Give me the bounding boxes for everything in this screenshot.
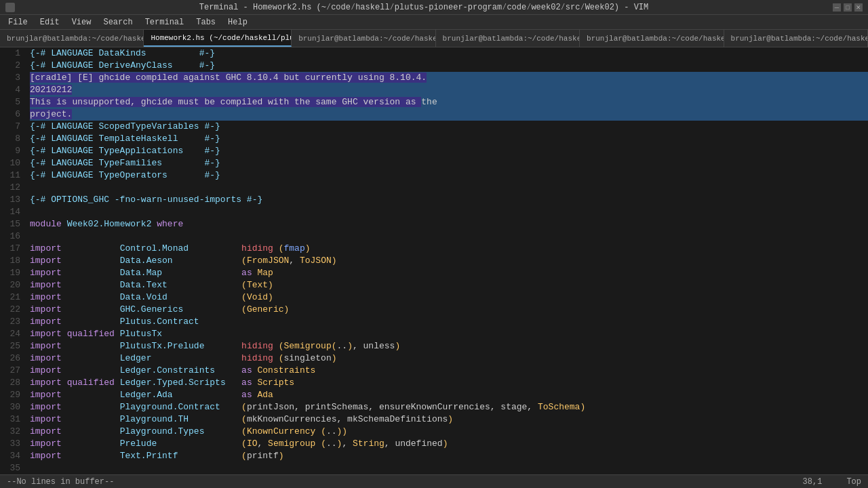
minimize-button[interactable]: ─ [833,3,841,12]
line-numbers: 1 2 3 4 5 6 7 8 9 10 11 12 13 14 15 16 1… [0,47,26,474]
scroll-position: Top [846,477,861,487]
titlebar-title: Terminal - Homework2.hs (~∕code∕haskell∕… [15,3,833,12]
code-line-23: import Plutus.Contract [30,316,868,328]
menu-view[interactable]: View [66,16,97,28]
code-line-1: {-# LANGUAGE DataKinds #-} [30,47,868,60]
tab-4-label: brunjlar@batlambda:~/code/haskel... [443,35,580,43]
editor: 1 2 3 4 5 6 7 8 9 10 11 12 13 14 15 16 1… [0,47,868,474]
menu-tabs[interactable]: Tabs [191,16,221,28]
code-line-17: import Control.Monad hiding (fmap) [30,243,868,255]
tab-5[interactable]: brunjlar@batlambda:~/code/haskel... ✕ [580,30,724,47]
close-button[interactable]: ✕ [854,3,863,12]
terminal-icon [5,3,15,12]
tab-5-label: brunjlar@batlambda:~/code/haskel... [587,35,724,43]
code-line-31: import Playground.TH (mkKnownCurrencies,… [30,413,868,426]
menu-terminal[interactable]: Terminal [140,16,190,28]
menubar: File Edit View Search Terminal Tabs Help [0,15,868,30]
titlebar: Terminal - Homework2.hs (~∕code∕haskell∕… [0,0,868,15]
code-line-32: import Playground.Types (KnownCurrency (… [30,426,868,438]
statusbar: --No lines in buffer-- 38,1 Top [0,474,868,488]
tab-3-label: brunjlar@batlambda:~/code/haskel... [298,35,435,43]
code-line-20: import Data.Text (Text) [30,279,868,291]
code-line-28: import qualified Ledger.Typed.Scripts as… [30,377,868,389]
code-line-29: import Ledger.Ada as Ada [30,389,868,401]
tab-1[interactable]: brunjlar@batlambda:~/code/haskel... ✕ [0,30,144,47]
menu-file[interactable]: File [3,16,33,28]
code-line-12 [30,182,868,194]
code-line-21: import Data.Void (Void) [30,291,868,304]
maximize-button[interactable]: □ [844,3,852,12]
code-line-27: import Ledger.Constraints as Constraints [30,365,868,377]
code-line-34: import Text.Printf (printf) [30,450,868,462]
tab-6-label: brunjlar@batlambda:~/code/haskel... [731,35,868,43]
code-line-6: project. [30,108,868,121]
code-line-16 [30,230,868,243]
code-line-13: {-# OPTIONS_GHC -fno-warn-unused-imports… [30,194,868,206]
code-line-5: This is unsupported, ghcide must be comp… [30,96,868,108]
tab-1-label: brunjlar@batlambda:~/code/haskel... [7,35,144,43]
code-line-33: import Prelude (IO, Semigroup (..), Stri… [30,438,868,450]
code-line-18: import Data.Aeson (FromJSON, ToJSON) [30,255,868,267]
code-line-35 [30,462,868,474]
cursor-position: 38,1 [803,477,823,487]
code-line-24: import qualified PlutusTx [30,328,868,340]
tab-2-label: Homework2.hs (~/code/haskell/plut... [151,34,292,42]
menu-search[interactable]: Search [98,16,138,28]
menu-help[interactable]: Help [222,16,253,28]
code-line-19: import Data.Map as Map [30,267,868,279]
status-right: 38,1 Top [803,477,861,487]
code-line-22: import GHC.Generics (Generic) [30,304,868,316]
code-line-7: {-# LANGUAGE ScopedTypeVariables #-} [30,121,868,133]
tabbar: brunjlar@batlambda:~/code/haskel... ✕ Ho… [0,30,868,47]
code-line-8: {-# LANGUAGE TemplateHaskell #-} [30,133,868,145]
code-line-14 [30,206,868,218]
code-line-11: {-# LANGUAGE TypeOperators #-} [30,169,868,182]
code-area[interactable]: {-# LANGUAGE DataKinds #-} {-# LANGUAGE … [26,47,868,474]
code-line-30: import Playground.Contract (printJson, p… [30,401,868,413]
code-line-3: [cradle] [E] ghcide compiled against GHC… [30,72,868,84]
code-line-10: {-# LANGUAGE TypeFamilies #-} [30,157,868,169]
code-line-26: import Ledger hiding (singleton) [30,352,868,365]
code-line-4: 20210212 [30,84,868,96]
code-line-25: import PlutusTx.Prelude hiding (Semigrou… [30,340,868,352]
status-left: --No lines in buffer-- [7,477,114,487]
code-line-9: {-# LANGUAGE TypeApplications #-} [30,145,868,157]
menu-edit[interactable]: Edit [35,16,65,28]
tab-6[interactable]: brunjlar@batlambda:~/code/haskel... ✕ [724,30,868,47]
tab-3[interactable]: brunjlar@batlambda:~/code/haskel... ✕ [292,30,435,47]
code-line-2: {-# LANGUAGE DeriveAnyClass #-} [30,60,868,72]
tab-4[interactable]: brunjlar@batlambda:~/code/haskel... ✕ [436,30,580,47]
tab-2[interactable]: Homework2.hs (~/code/haskell/plut... ✕ [144,30,292,47]
titlebar-controls: ─ □ ✕ [833,3,863,12]
code-line-15: module Week02.Homework2 where [30,218,868,230]
